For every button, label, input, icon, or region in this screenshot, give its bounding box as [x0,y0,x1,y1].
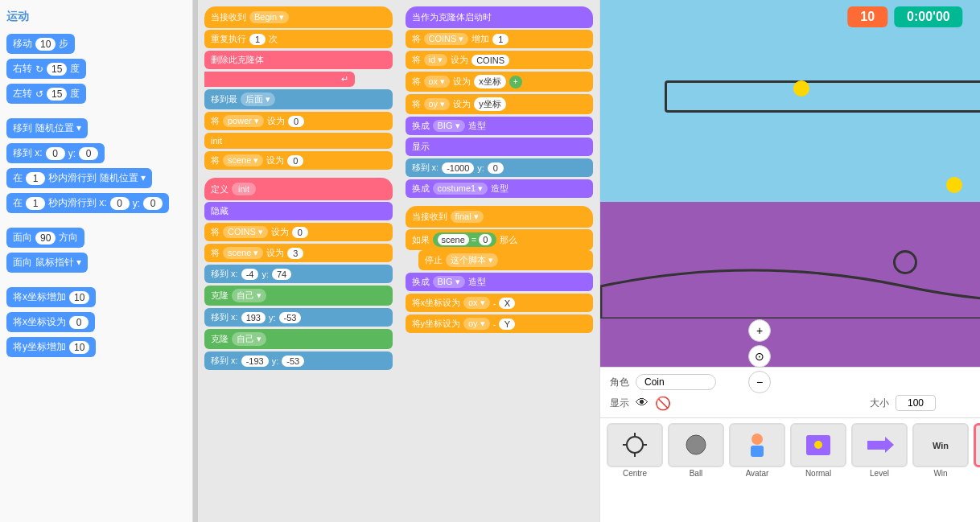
add-coins-block[interactable]: 将 COINS ▾ 增加 1 [406,30,594,48]
set-scene-block[interactable]: 将 scene ▾ 设为 0 [204,151,393,170]
eye-icon[interactable]: 👁 [636,396,649,410]
moveto2-y[interactable]: -53 [279,312,302,323]
sprite-win[interactable]: Win Win [912,423,969,478]
coins2-value[interactable]: 1 [492,34,509,45]
coins2-dropdown[interactable]: COINS ▾ [424,33,469,45]
begin-dropdown[interactable]: Begin ▾ [249,11,289,23]
add-y-value[interactable]: 10 [69,341,89,354]
stop-dropdown[interactable]: 这个脚本 ▾ [446,253,498,267]
set-oy-block[interactable]: 将 oy ▾ 设为 y坐标 [406,94,594,114]
coins-value[interactable]: 0 [292,227,308,238]
show-block[interactable]: 显示 [406,138,594,156]
scene2-value[interactable]: 3 [287,248,303,259]
big-dropdown[interactable]: BIG ▾ [433,120,465,132]
face-mouse-block[interactable]: 面向 鼠标指针 ▾ [6,253,88,273]
sprite-centre[interactable]: Centre [607,423,663,478]
glide2-y[interactable]: 0 [143,197,163,210]
ban-icon[interactable]: 🚫 [655,396,671,411]
set-x-final-block[interactable]: 将x坐标设为 ox ▾ - X [406,294,594,312]
goto-back-block[interactable]: 移到最 后面 ▾ [204,89,393,109]
oy-value[interactable]: y坐标 [474,97,506,111]
size-input[interactable] [896,395,936,411]
goto-random-block[interactable]: 移到 随机位置 ▾ [6,118,88,138]
moveto-neg-x[interactable]: -1000 [442,162,474,174]
sprite-avatar[interactable]: Avatar [729,423,785,478]
sprite-normal[interactable]: Normal [790,423,846,478]
clone2-block[interactable]: 克隆 自己 ▾ [204,329,393,349]
power-value[interactable]: 0 [288,116,304,127]
turn-right-block[interactable]: 右转 ↻ 15 度 [6,59,86,79]
glide2-block[interactable]: 在 1 秒内滑行到 x: 0 y: 0 [6,193,169,213]
ox-dropdown[interactable]: ox ▾ [424,76,451,88]
goto-x[interactable]: 0 [46,147,65,160]
glide1-block[interactable]: 在 1 秒内滑行到 随机位置 ▾ [6,168,152,188]
add-x-block[interactable]: 将x坐标增加 10 [6,287,96,307]
add-x-value[interactable]: 10 [69,291,89,304]
init-call-block[interactable]: init [204,133,393,149]
set-ox-block[interactable]: 将 ox ▾ 设为 x坐标 + [406,72,594,92]
moveto2-x[interactable]: 193 [241,312,266,323]
id-value[interactable]: COINS [471,55,509,66]
sprite-ball[interactable]: Ball [668,423,724,478]
goto-xy-block[interactable]: 移到 x: 0 y: 0 [6,143,105,163]
turn-left-value[interactable]: 15 [47,88,67,101]
id-dropdown[interactable]: id ▾ [424,54,448,66]
add-y-block[interactable]: 将y坐标增加 10 [6,337,96,357]
sprite-coin[interactable]: 🗑 Coin [974,423,980,478]
repeat-block[interactable]: 重复执行 1 次 [204,30,393,48]
costume1-dropdown[interactable]: costume1 ▾ [433,183,488,195]
glide2-value[interactable]: 1 [26,197,45,210]
stop-block[interactable]: 停止 这个脚本 ▾ [418,250,594,270]
set-y-final-val[interactable]: Y [499,319,515,330]
big2-dropdown[interactable]: BIG ▾ [433,276,465,288]
begin-hat[interactable]: 当接收到 Begin ▾ [204,6,393,28]
moveto1-x[interactable]: -4 [241,269,259,280]
oy-dropdown[interactable]: oy ▾ [424,98,451,110]
sprite-level[interactable]: Level [851,423,908,478]
if-block[interactable]: 如果 scene = 0 那么 [406,229,594,250]
set-y-final-block[interactable]: 将y坐标设为 oy ▾ - Y [406,314,594,333]
face-dir-value[interactable]: 90 [35,232,56,245]
return-block[interactable]: ↵ [204,72,355,87]
clone2-dropdown[interactable]: 自己 ▾ [232,332,266,346]
face-dir-block[interactable]: 面向 90 方向 [6,228,84,248]
moveto3-x[interactable]: -193 [241,356,269,367]
set-x-block[interactable]: 将x坐标设为 0 [6,312,95,332]
goto-dropdown[interactable]: 随机位置 ▾ [35,121,81,135]
define-hat[interactable]: 定义 init [204,178,393,200]
set-power-block[interactable]: 将 power ▾ 设为 0 [204,112,393,130]
set-x-value[interactable]: 0 [69,316,89,329]
scene-value[interactable]: 0 [287,155,303,166]
coins-dropdown[interactable]: COINS ▾ [223,226,268,238]
oy2-dropdown[interactable]: oy ▾ [463,318,490,330]
move-block[interactable]: 移动 10 步 [6,34,75,54]
sprite-name-input[interactable] [636,374,716,390]
set-scene2-block[interactable]: 将 scene ▾ 设为 3 [204,244,393,262]
hide-block[interactable]: 隐藏 [204,202,393,220]
moveto3-block[interactable]: 移到 x: -193 y: -53 [204,351,393,370]
delete-clone-block[interactable]: 删除此克隆体 [204,51,393,69]
ox2-dropdown[interactable]: ox ▾ [463,297,490,309]
set-id-block[interactable]: 将 id ▾ 设为 COINS [406,51,594,69]
clone1-dropdown[interactable]: 自己 ▾ [232,289,266,302]
ox-value[interactable]: x坐标 [474,75,506,88]
switch-big2-block[interactable]: 换成 BIG ▾ 造型 [406,273,594,291]
goto-back-dropdown[interactable]: 后面 ▾ [241,92,275,106]
goto-y[interactable]: 0 [79,147,98,160]
moveto3-y[interactable]: -53 [282,356,304,367]
face-mouse-dropdown[interactable]: 鼠标指针 ▾ [35,256,81,269]
glide2-x[interactable]: 0 [110,197,130,210]
glide1-dropdown[interactable]: 随机位置 ▾ [100,171,146,185]
moveto1-y[interactable]: 74 [272,269,291,280]
repeat-value[interactable]: 1 [249,34,266,45]
turn-right-value[interactable]: 15 [47,63,67,76]
scene-dropdown[interactable]: scene ▾ [223,154,263,166]
scene2-dropdown[interactable]: scene ▾ [223,247,263,259]
final-hat[interactable]: 当接收到 final ▾ [406,206,594,228]
moveto1-block[interactable]: 移到 x: -4 y: 74 [204,265,393,283]
moveto-neg-y[interactable]: 0 [488,162,504,174]
final-dropdown[interactable]: final ▾ [451,211,484,223]
switch-costume1-block[interactable]: 换成 costume1 ▾ 造型 [406,179,594,198]
switch-big-block[interactable]: 换成 BIG ▾ 造型 [406,117,594,135]
power-dropdown[interactable]: power ▾ [223,115,264,127]
